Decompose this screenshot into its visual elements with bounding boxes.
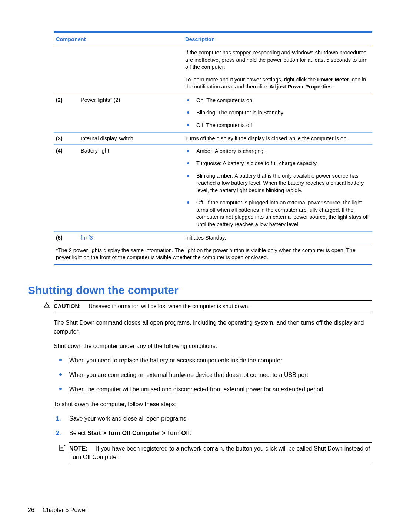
- list-item: Off: The computer is off.: [185, 122, 370, 129]
- note-label: NOTE:: [69, 445, 88, 452]
- component-name: Battery light: [79, 144, 183, 231]
- body-paragraph: To shut down the computer, follow these …: [54, 400, 372, 408]
- step-item: Select Start > Turn Off Computer > Turn …: [54, 429, 372, 464]
- note-admonition: NOTE: If you have been registered to a n…: [69, 442, 372, 464]
- col-header-description: Description: [183, 33, 372, 46]
- row-description: Initiates Standby.: [183, 231, 372, 244]
- table-footnote: *The 2 power lights display the same inf…: [54, 244, 372, 264]
- note-icon: [59, 444, 66, 453]
- list-item: Blinking amber: A battery that is the on…: [185, 173, 370, 194]
- body-paragraph: The Shut Down command closes all open pr…: [54, 318, 372, 335]
- svg-rect-0: [60, 445, 64, 450]
- row-number: (3): [54, 132, 79, 144]
- section-heading: Shutting down the computer: [28, 284, 372, 297]
- row-number: (5): [54, 231, 79, 244]
- list-item: On: The computer is on.: [185, 97, 370, 104]
- row-description: Turns off the display if the display is …: [183, 132, 372, 144]
- table-row: If the computer has stopped responding a…: [54, 46, 372, 94]
- chapter-label: Chapter 5 Power: [43, 507, 87, 513]
- list-item: Blinking: The computer is in Standby.: [185, 109, 370, 117]
- table-row: (2) Power lights* (2) On: The computer i…: [54, 94, 372, 132]
- page-number: 26: [28, 507, 34, 513]
- row-number: (4): [54, 144, 79, 231]
- component-table: Component Description If the computer ha…: [54, 31, 372, 265]
- list-item: When the computer will be unused and dis…: [54, 385, 372, 394]
- caution-text: Unsaved information will be lost when th…: [89, 303, 249, 309]
- caution-admonition: CAUTION: Unsaved information will be los…: [54, 300, 372, 313]
- list-item: Off: If the computer is plugged into an …: [185, 199, 370, 228]
- table-row: (5) fn+f3 Initiates Standby.: [54, 231, 372, 244]
- table-footnote-row: *The 2 power lights display the same inf…: [54, 244, 372, 264]
- caution-icon: [43, 302, 50, 311]
- component-name-link[interactable]: fn+f3: [79, 231, 183, 244]
- list-item: When you are connecting an external hard…: [54, 371, 372, 379]
- component-name: Power lights* (2): [79, 94, 183, 132]
- table-row: (3) Internal display switch Turns off th…: [54, 132, 372, 144]
- component-name: Internal display switch: [79, 132, 183, 144]
- row1-text-2: To learn more about your power settings,…: [185, 76, 370, 91]
- list-item: When you need to replace the battery or …: [54, 356, 372, 365]
- table-row: (4) Battery light Amber: A battery is ch…: [54, 144, 372, 231]
- caution-label: CAUTION:: [54, 303, 81, 309]
- row1-text-1: If the computer has stopped responding a…: [185, 49, 370, 71]
- note-text: If you have been registered to a network…: [69, 445, 370, 460]
- list-item: Turquoise: A battery is close to full ch…: [185, 160, 370, 167]
- step-item: Save your work and close all open progra…: [54, 414, 372, 423]
- body-paragraph: Shut down the computer under any of the …: [54, 342, 372, 350]
- col-header-component: Component: [54, 33, 183, 46]
- row-number: (2): [54, 94, 79, 132]
- list-item: Amber: A battery is charging.: [185, 148, 370, 155]
- page-footer: 26 Chapter 5 Power: [28, 507, 87, 513]
